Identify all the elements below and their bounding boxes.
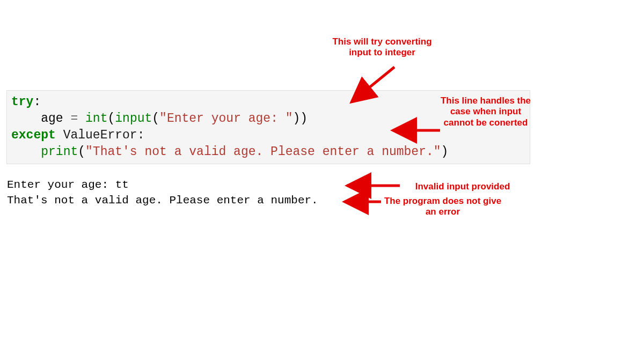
input-fn: input [115,112,152,126]
colon: : [33,95,41,109]
arrow-icon [341,180,405,191]
int-fn: int [85,112,107,126]
annotation-except-line: This line handles the case when input ca… [440,95,531,128]
keyword-try: try [11,95,33,109]
arrow-icon [386,125,445,136]
paren: ( [107,112,115,126]
paren: ( [78,145,85,159]
print-fn: print [41,145,78,159]
output-line-2: That's not a valid age. Please enter a n… [7,194,318,207]
string-literal: "Enter your age: " [159,112,292,126]
indent [11,145,41,159]
string-literal: "That's not a valid age. Please enter a … [85,145,441,159]
valueerror: ValueError: [63,128,145,142]
output-line-1: Enter your age: tt [7,179,129,191]
equals: = [70,112,85,126]
close-paren: ) [441,145,449,159]
svg-line-0 [352,67,394,102]
space [56,128,63,142]
annotation-invalid-input: Invalid input provided [401,181,524,192]
output-block: Enter your age: tt That's not a valid ag… [7,177,318,209]
indent [11,112,41,126]
annotation-try-convert: This will try converting input to intege… [328,36,436,58]
keyword-except: except [11,128,56,142]
paren: ( [152,112,159,126]
arrow-icon [333,64,408,113]
var-age: age [41,112,70,126]
arrow-icon [338,196,386,207]
annotation-no-error: The program does not give an error [378,196,507,218]
close-paren: )) [293,112,308,126]
